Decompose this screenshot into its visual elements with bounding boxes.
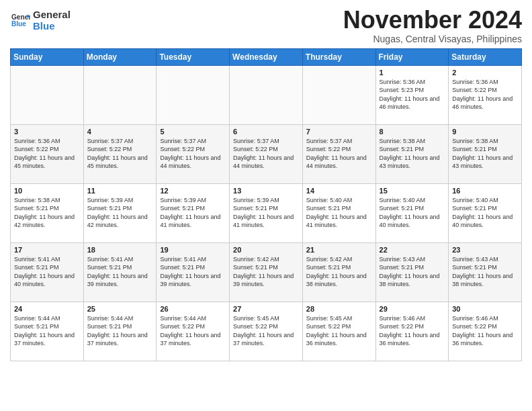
day-info: Sunrise: 5:45 AM Sunset: 5:22 PM Dayligh… bbox=[233, 314, 299, 348]
calendar-cell bbox=[83, 65, 157, 124]
day-number: 20 bbox=[233, 246, 299, 254]
day-number: 1 bbox=[380, 68, 445, 77]
calendar-table: SundayMondayTuesdayWednesdayThursdayFrid… bbox=[10, 48, 522, 361]
day-info: Sunrise: 5:44 AM Sunset: 5:22 PM Dayligh… bbox=[160, 314, 226, 348]
day-number: 5 bbox=[160, 128, 226, 136]
calendar-cell: 15Sunrise: 5:40 AM Sunset: 5:21 PM Dayli… bbox=[375, 183, 449, 242]
day-info: Sunrise: 5:38 AM Sunset: 5:21 PM Dayligh… bbox=[452, 137, 518, 171]
day-number: 12 bbox=[160, 187, 226, 195]
calendar-cell bbox=[302, 65, 375, 124]
day-info: Sunrise: 5:36 AM Sunset: 5:22 PM Dayligh… bbox=[14, 137, 80, 171]
day-info: Sunrise: 5:40 AM Sunset: 5:21 PM Dayligh… bbox=[306, 196, 372, 230]
day-number: 30 bbox=[452, 305, 518, 313]
day-number: 16 bbox=[452, 187, 518, 195]
day-number: 10 bbox=[14, 187, 80, 195]
weekday-header-wednesday: Wednesday bbox=[230, 48, 303, 65]
day-info: Sunrise: 5:42 AM Sunset: 5:21 PM Dayligh… bbox=[306, 255, 372, 289]
logo-icon: General Blue bbox=[11, 12, 30, 27]
week-row-3: 10Sunrise: 5:38 AM Sunset: 5:21 PM Dayli… bbox=[11, 183, 522, 242]
calendar-cell: 1Sunrise: 5:36 AM Sunset: 5:23 PM Daylig… bbox=[375, 65, 449, 124]
day-info: Sunrise: 5:45 AM Sunset: 5:22 PM Dayligh… bbox=[306, 314, 372, 348]
calendar-cell: 20Sunrise: 5:42 AM Sunset: 5:21 PM Dayli… bbox=[230, 242, 303, 302]
calendar-cell bbox=[230, 65, 303, 124]
calendar-cell: 27Sunrise: 5:45 AM Sunset: 5:22 PM Dayli… bbox=[230, 302, 303, 361]
day-number: 19 bbox=[160, 246, 226, 254]
calendar-cell: 25Sunrise: 5:44 AM Sunset: 5:21 PM Dayli… bbox=[83, 302, 157, 361]
calendar-cell: 2Sunrise: 5:36 AM Sunset: 5:22 PM Daylig… bbox=[449, 65, 522, 124]
location-subtitle: Nugas, Central Visayas, Philippines bbox=[343, 34, 522, 44]
day-number: 17 bbox=[14, 246, 80, 254]
week-row-5: 24Sunrise: 5:44 AM Sunset: 5:21 PM Dayli… bbox=[11, 302, 522, 361]
calendar-cell: 6Sunrise: 5:37 AM Sunset: 5:22 PM Daylig… bbox=[230, 124, 303, 183]
day-info: Sunrise: 5:37 AM Sunset: 5:22 PM Dayligh… bbox=[233, 137, 299, 171]
day-number: 25 bbox=[87, 305, 153, 313]
day-info: Sunrise: 5:36 AM Sunset: 5:23 PM Dayligh… bbox=[380, 78, 445, 111]
weekday-header-row: SundayMondayTuesdayWednesdayThursdayFrid… bbox=[11, 48, 522, 65]
calendar-cell: 24Sunrise: 5:44 AM Sunset: 5:21 PM Dayli… bbox=[11, 302, 84, 361]
day-info: Sunrise: 5:38 AM Sunset: 5:21 PM Dayligh… bbox=[14, 196, 80, 230]
day-number: 18 bbox=[87, 246, 153, 254]
day-info: Sunrise: 5:41 AM Sunset: 5:21 PM Dayligh… bbox=[87, 255, 153, 289]
logo-line2: Blue bbox=[33, 21, 71, 32]
day-number: 15 bbox=[380, 187, 445, 195]
weekday-header-friday: Friday bbox=[375, 48, 449, 65]
day-number: 9 bbox=[452, 128, 518, 136]
calendar-cell: 9Sunrise: 5:38 AM Sunset: 5:21 PM Daylig… bbox=[449, 124, 522, 183]
calendar-cell: 28Sunrise: 5:45 AM Sunset: 5:22 PM Dayli… bbox=[302, 302, 375, 361]
day-number: 26 bbox=[160, 305, 226, 313]
week-row-4: 17Sunrise: 5:41 AM Sunset: 5:21 PM Dayli… bbox=[11, 242, 522, 302]
day-info: Sunrise: 5:42 AM Sunset: 5:21 PM Dayligh… bbox=[233, 255, 299, 289]
day-number: 13 bbox=[233, 187, 299, 195]
weekday-header-monday: Monday bbox=[83, 48, 157, 65]
calendar-cell: 12Sunrise: 5:39 AM Sunset: 5:21 PM Dayli… bbox=[157, 183, 230, 242]
day-info: Sunrise: 5:37 AM Sunset: 5:22 PM Dayligh… bbox=[160, 137, 226, 171]
calendar-cell: 30Sunrise: 5:46 AM Sunset: 5:22 PM Dayli… bbox=[449, 302, 522, 361]
day-info: Sunrise: 5:43 AM Sunset: 5:21 PM Dayligh… bbox=[380, 255, 445, 289]
day-number: 27 bbox=[233, 305, 299, 313]
day-number: 3 bbox=[14, 128, 80, 136]
day-info: Sunrise: 5:41 AM Sunset: 5:21 PM Dayligh… bbox=[14, 255, 80, 289]
calendar-cell: 17Sunrise: 5:41 AM Sunset: 5:21 PM Dayli… bbox=[11, 242, 84, 302]
title-area: November 2024 Nugas, Central Visayas, Ph… bbox=[343, 7, 522, 44]
day-number: 24 bbox=[14, 305, 80, 313]
day-number: 29 bbox=[380, 305, 445, 313]
day-number: 7 bbox=[306, 128, 372, 136]
day-info: Sunrise: 5:37 AM Sunset: 5:22 PM Dayligh… bbox=[306, 137, 372, 171]
calendar-cell: 26Sunrise: 5:44 AM Sunset: 5:22 PM Dayli… bbox=[157, 302, 230, 361]
calendar-cell: 19Sunrise: 5:41 AM Sunset: 5:21 PM Dayli… bbox=[157, 242, 230, 302]
weekday-header-sunday: Sunday bbox=[11, 48, 84, 65]
week-row-2: 3Sunrise: 5:36 AM Sunset: 5:22 PM Daylig… bbox=[11, 124, 522, 183]
calendar-cell: 18Sunrise: 5:41 AM Sunset: 5:21 PM Dayli… bbox=[83, 242, 157, 302]
weekday-header-tuesday: Tuesday bbox=[157, 48, 230, 65]
calendar-cell: 5Sunrise: 5:37 AM Sunset: 5:22 PM Daylig… bbox=[157, 124, 230, 183]
weekday-header-saturday: Saturday bbox=[449, 48, 522, 65]
day-info: Sunrise: 5:39 AM Sunset: 5:21 PM Dayligh… bbox=[233, 196, 299, 230]
day-number: 2 bbox=[452, 68, 518, 77]
day-number: 8 bbox=[380, 128, 445, 136]
logo-line1: General bbox=[33, 9, 71, 21]
calendar-cell bbox=[157, 65, 230, 124]
calendar-cell bbox=[11, 65, 84, 124]
calendar-cell: 8Sunrise: 5:38 AM Sunset: 5:21 PM Daylig… bbox=[375, 124, 449, 183]
calendar-cell: 21Sunrise: 5:42 AM Sunset: 5:21 PM Dayli… bbox=[302, 242, 375, 302]
day-info: Sunrise: 5:40 AM Sunset: 5:21 PM Dayligh… bbox=[380, 196, 445, 230]
calendar-cell: 22Sunrise: 5:43 AM Sunset: 5:21 PM Dayli… bbox=[375, 242, 449, 302]
day-info: Sunrise: 5:37 AM Sunset: 5:22 PM Dayligh… bbox=[87, 137, 153, 171]
week-row-1: 1Sunrise: 5:36 AM Sunset: 5:23 PM Daylig… bbox=[11, 65, 522, 124]
day-info: Sunrise: 5:44 AM Sunset: 5:21 PM Dayligh… bbox=[87, 314, 153, 348]
weekday-header-thursday: Thursday bbox=[302, 48, 375, 65]
day-info: Sunrise: 5:40 AM Sunset: 5:21 PM Dayligh… bbox=[452, 196, 518, 230]
day-info: Sunrise: 5:39 AM Sunset: 5:21 PM Dayligh… bbox=[87, 196, 153, 230]
calendar-cell: 10Sunrise: 5:38 AM Sunset: 5:21 PM Dayli… bbox=[11, 183, 84, 242]
calendar-cell: 13Sunrise: 5:39 AM Sunset: 5:21 PM Dayli… bbox=[230, 183, 303, 242]
calendar-cell: 29Sunrise: 5:46 AM Sunset: 5:22 PM Dayli… bbox=[375, 302, 449, 361]
day-number: 11 bbox=[87, 187, 153, 195]
day-info: Sunrise: 5:41 AM Sunset: 5:21 PM Dayligh… bbox=[160, 255, 226, 289]
day-number: 4 bbox=[87, 128, 153, 136]
calendar-cell: 16Sunrise: 5:40 AM Sunset: 5:21 PM Dayli… bbox=[449, 183, 522, 242]
day-number: 6 bbox=[233, 128, 299, 136]
day-info: Sunrise: 5:38 AM Sunset: 5:21 PM Dayligh… bbox=[380, 137, 445, 171]
calendar-cell: 7Sunrise: 5:37 AM Sunset: 5:22 PM Daylig… bbox=[302, 124, 375, 183]
day-info: Sunrise: 5:36 AM Sunset: 5:22 PM Dayligh… bbox=[452, 78, 518, 111]
day-number: 14 bbox=[306, 187, 372, 195]
